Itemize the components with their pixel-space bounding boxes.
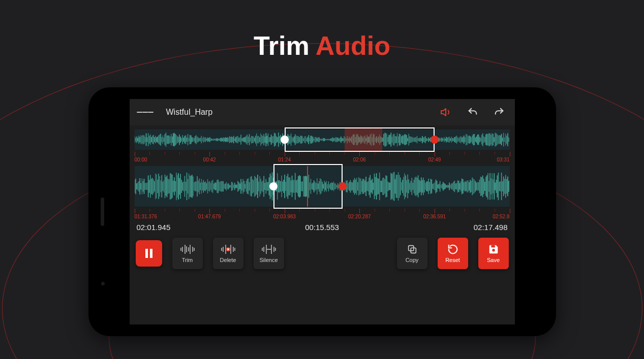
tick-label: 00:00	[135, 157, 147, 162]
svg-rect-749	[491, 245, 495, 248]
overview-handle-end[interactable]	[431, 136, 439, 144]
silence-button[interactable]: Silence	[254, 238, 284, 269]
title-word-2: Audio	[316, 31, 390, 60]
delete-icon	[221, 244, 236, 255]
time-start: 02:01.945	[137, 223, 171, 232]
tick-label: 02:36.591	[423, 214, 446, 219]
save-button[interactable]: Save	[478, 238, 509, 269]
svg-point-750	[492, 249, 495, 252]
tick-label: 02:20.287	[348, 214, 371, 219]
delete-label: Delete	[220, 257, 236, 263]
zoom-handle-start[interactable]	[269, 182, 278, 190]
trim-label: Trim	[182, 257, 193, 263]
volume-icon[interactable]	[438, 104, 455, 121]
tick-label: 02:06	[353, 157, 366, 162]
pause-icon	[145, 248, 153, 259]
save-label: Save	[487, 257, 500, 263]
svg-marker-0	[441, 109, 446, 116]
zoom-timeline-ticks: 01:31.37601:47.67902:03.98302:20.28702:3…	[135, 209, 510, 222]
reset-label: Reset	[445, 257, 460, 263]
silence-label: Silence	[259, 257, 278, 263]
time-readout: 02:01.945 00:15.553 02:17.498	[130, 222, 515, 234]
svg-rect-721	[145, 249, 148, 258]
overview-selection[interactable]	[285, 127, 435, 152]
title-word-1: Trim	[254, 31, 310, 60]
phone-camera	[101, 282, 105, 285]
reset-icon	[447, 244, 458, 255]
menu-icon[interactable]	[137, 104, 154, 121]
copy-label: Copy	[406, 257, 419, 263]
tick-label: 02:49	[428, 157, 441, 162]
phone-frame: Wistful_Harp	[88, 87, 556, 336]
zoom-handle-end[interactable]	[339, 182, 347, 190]
time-duration: 00:15.553	[305, 223, 339, 232]
tick-label: 02:52.8	[493, 214, 509, 219]
app-toolbar: Wistful_Harp	[130, 99, 515, 125]
app-screen: Wistful_Harp	[130, 99, 515, 324]
overview-track-block: 00:0000:4201:2402:0602:4903:31	[130, 125, 515, 165]
page-title: TrimAudio	[254, 30, 390, 61]
redo-icon[interactable]	[490, 104, 508, 121]
playhead[interactable]	[307, 166, 308, 207]
track-title: Wistful_Harp	[166, 108, 213, 117]
trim-button[interactable]: Trim	[172, 238, 203, 269]
reset-button[interactable]: Reset	[438, 238, 468, 269]
action-bar: Trim Delete	[130, 234, 515, 276]
undo-icon[interactable]	[464, 104, 481, 121]
tick-label: 00:42	[203, 157, 216, 162]
tick-label: 02:03.983	[273, 214, 296, 219]
overview-handle-start[interactable]	[281, 136, 289, 144]
tick-label: 01:24	[278, 157, 291, 162]
phone-speaker	[101, 198, 104, 226]
pause-button[interactable]	[136, 240, 162, 267]
tick-label: 01:47.679	[198, 214, 221, 219]
overview-timeline-ticks: 00:0000:4201:2402:0602:4903:31	[135, 152, 510, 165]
zoom-waveform[interactable]	[135, 166, 510, 207]
overview-waveform[interactable]	[135, 129, 510, 150]
delete-button[interactable]: Delete	[213, 238, 243, 269]
copy-icon	[407, 244, 418, 255]
zoom-track-block: 01:31.37601:47.67902:03.98302:20.28702:3…	[130, 165, 515, 222]
trim-icon	[180, 244, 195, 255]
tick-label: 01:31.376	[135, 214, 158, 219]
save-icon	[488, 244, 499, 255]
copy-button[interactable]: Copy	[397, 238, 427, 269]
tick-label: 03:31	[497, 157, 509, 162]
svg-rect-722	[150, 249, 152, 258]
time-end: 02:17.498	[474, 223, 508, 232]
silence-icon	[261, 244, 277, 255]
